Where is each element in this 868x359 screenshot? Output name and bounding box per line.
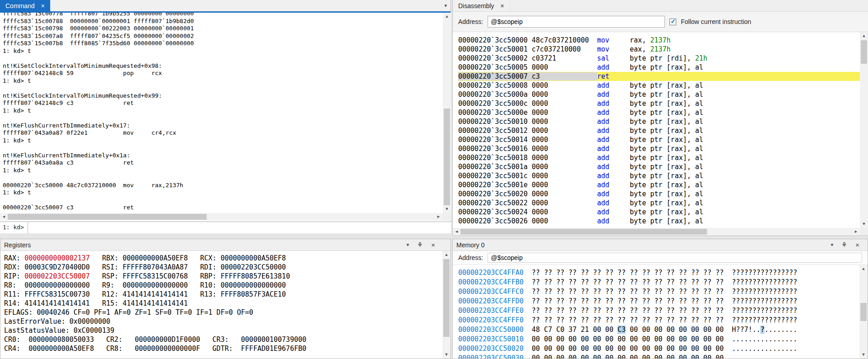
register-row[interactable]: R14: 4141414141414141 R15: 4141414141414… [4,299,442,308]
scroll-left-icon[interactable]: ◄ [453,228,460,236]
disassembly-row[interactable]: 00000220`3cc50012 0000 add byte ptr [rax… [458,126,860,135]
memory-row[interactable]: 000002203CC4FFC0 ?? ?? ?? ?? ?? ?? ?? ??… [458,287,859,297]
scroll-down-icon[interactable]: ▼ [442,351,451,359]
register-row[interactable]: LastStatusValue: 0xC0000139 [4,326,442,335]
follow-current-instruction-checkbox[interactable]: ✓ [669,19,676,25]
disassembly-vscrollbar-thumb[interactable] [861,40,867,64]
scroll-up-icon[interactable]: ▲ [859,265,868,273]
register-row[interactable]: RIP: 000002203CC50007 RSP: FFFFC58315C00… [4,272,442,281]
disassembly-row[interactable]: 00000220`3cc5001a 0000 add byte ptr [rax… [458,162,860,171]
memory-row[interactable]: 000002203CC50020 00 00 00 00 00 00 00 00… [458,344,859,354]
close-icon[interactable]: × [41,3,45,9]
register-row[interactable]: LastErrorValue: 0x00000000 [4,317,442,326]
command-line: fffff807`042148c9 c3 ret [3,99,439,107]
register-row[interactable]: CR0: 0000000080050033 CR2: 000000000D1F0… [4,335,442,344]
register-row[interactable]: RAX: 0000000000002137 RBX: 0000000000A50… [4,254,442,263]
command-line: 1: kd> t [3,189,439,197]
command-input[interactable] [28,222,451,233]
memory-row[interactable]: 000002203CC4FFB0 ?? ?? ?? ?? ?? ?? ?? ??… [458,278,859,287]
scroll-left-icon[interactable]: ◄ [0,213,8,221]
memory-titlebar: Memory 0 ▾ × [453,239,868,251]
chevron-down-icon[interactable]: ▾ [831,242,834,247]
command-line: ffffc583`15c007b8 ffff8085`7f35bd60 0000… [3,40,439,47]
disassembly-vscrollbar[interactable]: ▲ ▼ [860,32,868,228]
disassembly-hscrollbar-thumb[interactable] [460,229,707,235]
command-hscrollbar[interactable]: ◄ ► [0,213,442,221]
disassembly-row[interactable]: 00000220`3cc50000 48c7c037210000 mov rax… [458,36,860,45]
pin-icon[interactable] [417,242,423,248]
scroll-down-icon[interactable]: ▼ [860,220,868,228]
close-icon[interactable]: × [500,3,504,9]
command-line: 1: kd> t [3,47,439,55]
scroll-right-icon[interactable]: ► [852,228,860,236]
disassembly-row[interactable]: 00000220`3cc5000e 0000 add byte ptr [rax… [458,108,860,117]
disassembly-row[interactable]: 00000220`3cc50016 0000 add byte ptr [rax… [458,144,860,153]
close-icon[interactable]: × [855,241,859,248]
command-line: nt!KeFlushCurrentTbImmediately+0x17: [3,122,439,130]
checkmark-icon: ✓ [670,18,676,25]
disassembly-row[interactable]: 00000220`3cc50022 0000 add byte ptr [rax… [458,198,860,208]
command-line: 1: kd> t [3,77,439,85]
register-row[interactable]: R11: FFFFC58315C00730 R12: 4141414141414… [4,290,442,299]
disassembly-row[interactable]: 00000220`3cc5000a 0000 add byte ptr [rax… [458,90,860,99]
disassembly-row[interactable]: 00000220`3cc50002 c03721 sal byte ptr [r… [458,54,860,63]
memory-row[interactable]: 000002203CC50030 00 00 00 00 00 00 00 00… [458,354,859,359]
disassembly-address-input[interactable] [488,16,665,28]
disassembly-row[interactable]: 00000220`3cc50010 0000 add byte ptr [rax… [458,117,860,126]
memory-vscrollbar[interactable]: ▲ ▼ [859,265,868,359]
disassembly-row[interactable]: 00000220`3cc50020 0000 add byte ptr [rax… [458,189,860,198]
memory-row[interactable]: 000002203CC50010 00 00 00 00 00 00 00 00… [458,335,859,344]
disassembly-pane: Disassembly × Address: ✓ Follow current … [452,0,868,236]
disassembly-row[interactable]: 00000220`3cc5001c 0000 add byte ptr [rax… [458,171,860,180]
tab-list-menu-icon[interactable]: ▾ [444,3,451,9]
disassembly-row[interactable]: 00000220`3cc5000c 0000 add byte ptr [rax… [458,99,860,108]
pin-icon[interactable] [841,242,847,248]
disassembly-row[interactable]: 00000220`3cc50008 0000 add byte ptr [rax… [458,81,860,90]
chevron-down-icon[interactable]: ▾ [407,242,409,247]
scroll-down-icon[interactable]: ▼ [443,205,451,213]
scroll-up-icon[interactable]: ▲ [443,13,451,20]
registers-vscrollbar-thumb[interactable] [443,259,450,337]
command-line: ffffc583`15c00778 fffff807`1b9b5255 0000… [3,13,439,18]
disassembly-current-row[interactable]: 00000220`3cc50007 c3 ret [458,72,860,81]
scroll-up-icon[interactable]: ▲ [860,32,868,40]
disassembly-row[interactable]: 00000220`3cc50014 0000 add byte ptr [rax… [458,135,860,144]
disassembly-row[interactable]: 00000220`3cc50005 0000 add byte ptr [rax… [458,63,860,72]
register-row[interactable]: CR4: 0000000000A50EF8 CR8: 0000000000000… [4,344,442,353]
memory-vscrollbar-thumb[interactable] [860,303,867,321]
command-prompt: 1: kd> [0,222,28,233]
memory-row[interactable]: 000002203CC4FFF0 ?? ?? ?? ?? ?? ?? ?? ??… [458,316,859,325]
command-line: nt!KeFlushCurrentTbImmediately+0x1a: [3,152,439,160]
scroll-right-icon[interactable]: ► [435,213,442,221]
command-vscrollbar[interactable]: ▲ ▼ [443,13,451,213]
disassembly-row[interactable]: 00000220`3cc50001 c7c037210000 mov eax, … [458,45,860,54]
command-hscrollbar-thumb[interactable] [8,214,207,220]
register-row[interactable]: EFLAGS: 00040246 CF=0 PF=1 AF=0 ZF=1 SF=… [4,308,442,317]
registers-vscrollbar[interactable]: ▲ ▼ [442,251,451,359]
memory-address-input[interactable] [488,253,862,263]
command-pane: Command × ▾ ffffc583`15c00778 fffff807`1… [0,0,451,233]
scroll-down-icon[interactable]: ▼ [859,351,868,359]
memory-row[interactable]: 000002203CC4FFA0 ?? ?? ?? ?? ?? ?? ?? ??… [458,268,859,278]
memory-output: 000002203CC4FFA0 ?? ?? ?? ?? ?? ?? ?? ??… [453,265,859,359]
close-icon[interactable]: × [431,241,435,248]
tab-command[interactable]: Command × [0,0,50,11]
disassembly-row[interactable]: 00000220`3cc50026 0000 add byte ptr [rax… [458,217,860,226]
disassembly-row[interactable]: 00000220`3cc50024 0000 add byte ptr [rax… [458,208,860,217]
command-line: 00000220`3cc50007 c3 ret [3,204,439,212]
command-line: ffffc583`15c00798 00000000`00222003 0000… [3,25,439,33]
memory-row[interactable]: 000002203CC4FFD0 ?? ?? ?? ?? ?? ?? ?? ??… [458,297,859,306]
register-row[interactable]: RDX: 00003C9D270400D0 RSI: FFFFF807043A0… [4,263,442,272]
memory-row[interactable]: 000002203CC4FFE0 ?? ?? ?? ?? ?? ?? ?? ??… [458,306,859,316]
command-line: 1: kd> t [3,167,439,175]
memory-row[interactable]: 000002203CC50000 48 C7 C0 37 21 00 00 C3… [458,325,859,335]
register-row[interactable]: R8: 0000000000000000 R9: 000000000000000… [4,281,442,290]
tab-disassembly[interactable]: Disassembly × [453,0,510,11]
disassembly-row[interactable]: 00000220`3cc5001e 0000 add byte ptr [rax… [458,180,860,189]
registers-output: RAX: 0000000000002137 RBX: 0000000000A50… [0,251,442,359]
disassembly-row[interactable]: 00000220`3cc50018 0000 add byte ptr [rax… [458,153,860,162]
scroll-up-icon[interactable]: ▲ [442,251,451,259]
registers-pane: Registers ▾ × RAX: 0000000000002137 RBX:… [0,239,451,359]
disassembly-hscrollbar[interactable]: ◄ ► [453,228,860,236]
command-vscrollbar-thumb[interactable] [444,109,450,205]
